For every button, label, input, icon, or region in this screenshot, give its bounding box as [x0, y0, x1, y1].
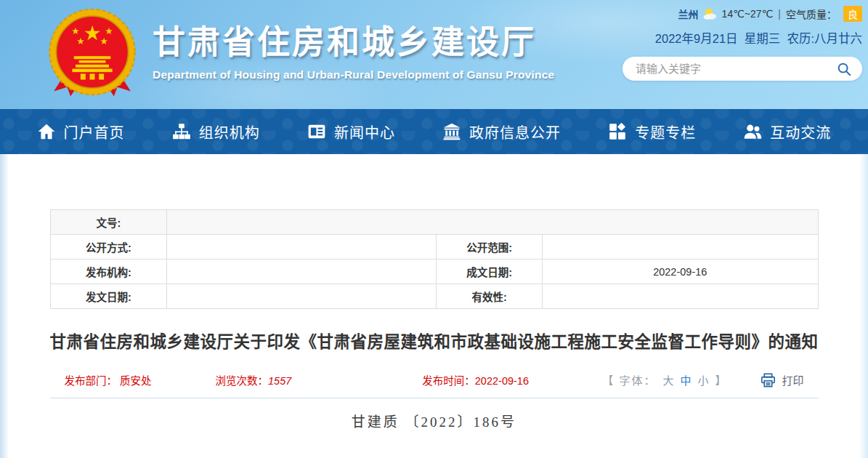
topics-grid-icon [608, 122, 627, 141]
article-title: 甘肃省住房和城乡建设厅关于印发《甘肃省房屋建筑和市政基础设施工程施工安全监督工作… [44, 328, 824, 357]
national-emblem-icon: ★ ★ ★ ★ ★ [42, 4, 142, 105]
page-header: ★ ★ ★ ★ ★ 甘肃省住房和城乡建设厅 Department of Hous… [0, 0, 868, 109]
nav-item-interaction[interactable]: 互动交流 [743, 121, 831, 142]
air-quality-label: 空气质量： [786, 7, 837, 21]
svg-text:★: ★ [105, 26, 113, 36]
print-button[interactable]: 打印 [760, 372, 803, 387]
printer-icon [760, 373, 776, 387]
people-icon [743, 122, 762, 141]
table-row: 发文日期: 有效性: [50, 284, 818, 309]
written-date-value: 2022-09-16 [543, 260, 818, 284]
font-size-widget: 【 字体： 大 中 小 】 [602, 372, 727, 387]
doc-number-value [167, 210, 818, 235]
nav-item-label: 专题专栏 [635, 121, 696, 142]
font-size-small-button[interactable]: 小 [697, 372, 708, 387]
nav-item-home[interactable]: 门户首页 [37, 121, 125, 142]
font-widget-suffix: 】 [715, 372, 727, 387]
nav-item-label: 政府信息公开 [469, 121, 561, 142]
issue-date-label: 发文日期: [50, 284, 167, 309]
publish-time-label: 发布时间： [422, 375, 475, 387]
issuing-agency-label: 发布机构: [50, 260, 167, 284]
view-count-label: 浏览次数： [216, 375, 269, 387]
nav-item-news[interactable]: 新闻中心 [307, 121, 395, 142]
publish-time-value: 2022-09-16 [475, 375, 529, 387]
weather-separator: | [778, 8, 781, 20]
search-input[interactable] [636, 63, 836, 75]
svg-text:★: ★ [76, 36, 84, 47]
org-chart-icon [172, 122, 191, 141]
nav-item-label: 互动交流 [770, 121, 831, 142]
document-info-table: 文号: 公开方式: 公开范围: 发布机构: 成文日期: 2022-09-16 发… [50, 209, 819, 309]
nav-item-label: 组织机构 [199, 121, 260, 142]
publish-dept-value: 质安处 [120, 375, 152, 387]
article-meta-bar: 发布部门： 质安处 浏览次数：1557 发布时间：2022-09-16 【 字体… [50, 369, 819, 398]
nav-item-gov-info[interactable]: 政府信息公开 [442, 121, 561, 142]
open-scope-value [543, 235, 818, 260]
open-method-label: 公开方式: [50, 235, 167, 260]
svg-text:★: ★ [100, 36, 108, 47]
font-size-medium-button[interactable]: 中 [680, 372, 691, 387]
nav-item-label: 新闻中心 [334, 121, 395, 142]
written-date-label: 成文日期: [437, 260, 543, 284]
print-label: 打印 [782, 372, 803, 387]
svg-text:★: ★ [71, 26, 79, 36]
weather-widget: 兰州 14℃~27℃ | 空气质量： 良 [622, 6, 862, 22]
open-method-value [167, 235, 437, 260]
nav-item-label: 门户首页 [64, 121, 125, 142]
nav-item-topics[interactable]: 专题专栏 [608, 121, 696, 142]
search-icon[interactable] [836, 61, 852, 77]
content-area: 文号: 公开方式: 公开范围: 发布机构: 成文日期: 2022-09-16 发… [0, 154, 868, 458]
site-title: 甘肃省住房和城乡建设厅 [153, 16, 554, 63]
font-size-large-button[interactable]: 大 [662, 372, 673, 387]
table-row: 发布机构: 成文日期: 2022-09-16 [50, 260, 818, 284]
sun-cloud-icon [702, 7, 718, 20]
view-count-value: 1557 [268, 375, 291, 387]
site-subtitle: Department of Housing and Urban-Rural De… [153, 68, 554, 81]
main-nav: 门户首页 组织机构 新闻中心 [0, 109, 868, 154]
validity-label: 有效性: [437, 284, 543, 309]
table-row: 公开方式: 公开范围: [50, 235, 818, 260]
date-line: 2022年9月21日 星期三 农历:八月廿六 [622, 29, 862, 47]
gov-building-icon [442, 122, 461, 141]
view-count: 浏览次数：1557 [216, 372, 292, 387]
document-reference-number: 甘建质 〔2022〕186号 [0, 411, 868, 430]
issue-date-value [167, 284, 437, 309]
publish-time: 发布时间：2022-09-16 [422, 372, 529, 387]
publish-dept-label: 发布部门： [65, 375, 118, 387]
validity-value [543, 284, 818, 309]
font-widget-prefix: 【 字体： [602, 372, 656, 387]
open-scope-label: 公开范围: [437, 235, 543, 260]
news-icon [307, 122, 326, 141]
table-row: 文号: [50, 210, 818, 235]
weather-temp: 14℃~27℃ [722, 8, 774, 20]
site-brand-link[interactable]: ★ ★ ★ ★ ★ 甘肃省住房和城乡建设厅 Department of Hous… [42, 4, 554, 105]
issuing-agency-value [167, 260, 437, 284]
nav-item-organization[interactable]: 组织机构 [172, 121, 260, 142]
publish-dept: 发布部门： 质安处 [65, 372, 152, 387]
doc-number-label: 文号: [50, 210, 167, 235]
air-quality-badge: 良 [843, 6, 862, 22]
home-icon [37, 122, 56, 141]
brand-text: 甘肃省住房和城乡建设厅 Department of Housing and Ur… [153, 4, 554, 81]
weather-city: 兰州 [678, 7, 699, 21]
header-right-panel: 兰州 14℃~27℃ | 空气质量： 良 2022年9月21日 星期三 农历:八… [622, 6, 862, 81]
svg-text:★: ★ [84, 22, 102, 44]
search-box [622, 57, 862, 81]
